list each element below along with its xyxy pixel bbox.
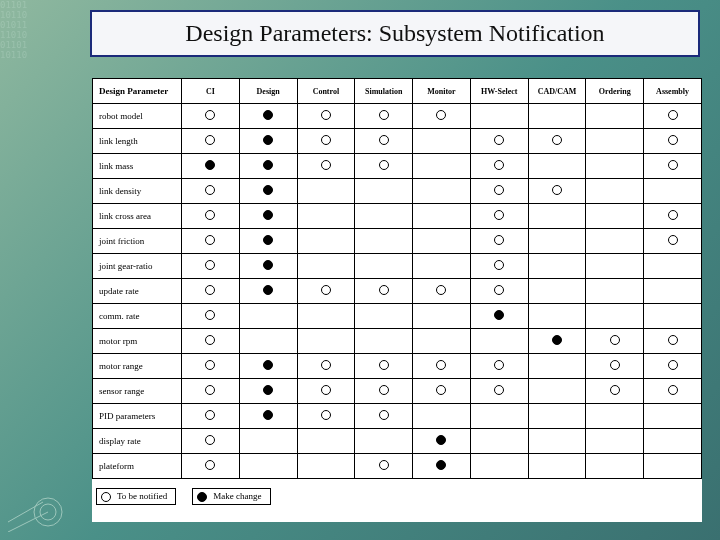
mark-cell: [182, 254, 240, 279]
mark-cell: [586, 254, 644, 279]
mark-cell: [355, 104, 413, 129]
col-header: Ordering: [586, 79, 644, 104]
col-header: Control: [297, 79, 355, 104]
mark-cell: [297, 379, 355, 404]
filled-circle-icon: [263, 235, 273, 245]
mark-cell: [355, 379, 413, 404]
open-circle-icon: [668, 210, 678, 220]
open-circle-icon: [379, 135, 389, 145]
mark-cell: [644, 429, 702, 454]
mark-cell: [413, 404, 471, 429]
mark-cell: [182, 304, 240, 329]
mark-cell: [297, 254, 355, 279]
open-circle-icon: [494, 185, 504, 195]
open-circle-icon: [436, 385, 446, 395]
param-name-cell: update rate: [93, 279, 182, 304]
open-circle-icon: [205, 210, 215, 220]
mark-cell: [355, 179, 413, 204]
mark-cell: [239, 279, 297, 304]
mark-cell: [355, 429, 413, 454]
open-circle-icon: [436, 285, 446, 295]
param-name-cell: comm. rate: [93, 304, 182, 329]
mark-cell: [355, 204, 413, 229]
open-circle-icon: [668, 135, 678, 145]
mark-cell: [470, 254, 528, 279]
open-circle-icon: [205, 460, 215, 470]
param-name-cell: motor range: [93, 354, 182, 379]
mark-cell: [586, 204, 644, 229]
mark-cell: [413, 379, 471, 404]
filled-circle-icon: [263, 185, 273, 195]
filled-circle-icon: [494, 310, 504, 320]
corner-decoration-icon: [8, 472, 68, 532]
mark-cell: [528, 229, 586, 254]
mark-cell: [297, 429, 355, 454]
param-name-cell: link length: [93, 129, 182, 154]
col-header: CAD/CAM: [528, 79, 586, 104]
mark-cell: [239, 229, 297, 254]
open-circle-icon: [379, 385, 389, 395]
open-circle-icon: [205, 185, 215, 195]
mark-cell: [239, 179, 297, 204]
open-circle-icon: [205, 335, 215, 345]
open-circle-icon: [321, 360, 331, 370]
mark-cell: [528, 204, 586, 229]
mark-cell: [470, 179, 528, 204]
open-circle-icon: [552, 185, 562, 195]
filled-circle-icon: [263, 385, 273, 395]
mark-cell: [644, 179, 702, 204]
legend-open-label: To be notified: [117, 491, 167, 501]
mark-cell: [644, 129, 702, 154]
open-circle-icon: [321, 385, 331, 395]
mark-cell: [644, 304, 702, 329]
mark-cell: [413, 329, 471, 354]
mark-cell: [355, 404, 413, 429]
open-circle-icon: [668, 235, 678, 245]
mark-cell: [239, 204, 297, 229]
mark-cell: [413, 129, 471, 154]
open-circle-icon: [379, 460, 389, 470]
mark-cell: [413, 354, 471, 379]
table-row: update rate: [93, 279, 702, 304]
mark-cell: [413, 304, 471, 329]
mark-cell: [297, 354, 355, 379]
open-circle-icon: [668, 110, 678, 120]
mark-cell: [297, 404, 355, 429]
mark-cell: [528, 304, 586, 329]
filled-circle-icon: [436, 460, 446, 470]
mark-cell: [297, 229, 355, 254]
mark-cell: [182, 129, 240, 154]
mark-cell: [586, 304, 644, 329]
table-row: motor range: [93, 354, 702, 379]
mark-cell: [470, 304, 528, 329]
mark-cell: [182, 429, 240, 454]
filled-circle-icon: [263, 110, 273, 120]
mark-cell: [413, 229, 471, 254]
open-circle-icon: [552, 135, 562, 145]
mark-cell: [586, 179, 644, 204]
filled-circle-icon: [263, 285, 273, 295]
mark-cell: [239, 254, 297, 279]
mark-cell: [355, 254, 413, 279]
mark-cell: [470, 154, 528, 179]
mark-cell: [413, 254, 471, 279]
open-circle-icon: [321, 160, 331, 170]
open-circle-icon: [379, 160, 389, 170]
table-row: link cross area: [93, 204, 702, 229]
open-circle-icon: [610, 335, 620, 345]
mark-cell: [413, 204, 471, 229]
svg-line-2: [8, 512, 48, 532]
mark-cell: [297, 104, 355, 129]
mark-cell: [528, 154, 586, 179]
open-circle-icon: [668, 160, 678, 170]
mark-cell: [182, 329, 240, 354]
table-row: joint gear-ratio: [93, 254, 702, 279]
mark-cell: [182, 454, 240, 479]
open-circle-icon: [205, 385, 215, 395]
mark-cell: [644, 104, 702, 129]
mark-cell: [182, 404, 240, 429]
mark-cell: [528, 254, 586, 279]
mark-cell: [644, 279, 702, 304]
mark-cell: [297, 304, 355, 329]
svg-line-3: [8, 502, 43, 522]
